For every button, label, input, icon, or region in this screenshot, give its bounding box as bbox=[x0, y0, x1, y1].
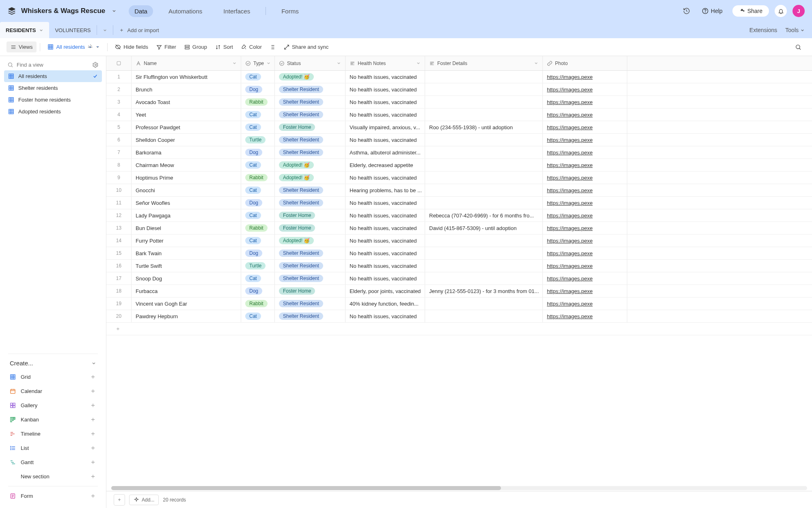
avatar[interactable]: J bbox=[793, 5, 805, 17]
cell-name[interactable]: Señor Woofles bbox=[132, 197, 241, 209]
cell-photo[interactable]: https://images.pexe bbox=[543, 83, 627, 96]
cell-foster[interactable]: Roo (234-555-1938) - until adoption bbox=[425, 121, 543, 133]
view-item[interactable]: Foster home residents bbox=[4, 94, 102, 106]
cell-name[interactable]: Hoptimus Prime bbox=[132, 172, 241, 184]
cell-photo[interactable]: https://images.pexe bbox=[543, 222, 627, 234]
cell-name[interactable]: Bark Twain bbox=[132, 247, 241, 259]
search-button[interactable] bbox=[791, 41, 806, 53]
cell-status[interactable]: Shelter Resident bbox=[275, 184, 346, 196]
add-dropdown[interactable]: Add... bbox=[129, 495, 159, 505]
cell-status[interactable]: Foster Home bbox=[275, 222, 346, 234]
chevron-down-icon[interactable] bbox=[112, 9, 117, 13]
current-view[interactable]: All residents bbox=[43, 41, 104, 52]
cell-type[interactable]: Dog bbox=[241, 83, 275, 96]
cell-photo[interactable]: https://images.pexe bbox=[543, 197, 627, 209]
view-item[interactable]: Adopted residents bbox=[4, 106, 102, 117]
cell-health[interactable]: No health issues, vaccinated bbox=[346, 209, 425, 221]
cell-type[interactable]: Cat bbox=[241, 184, 275, 196]
cell-foster[interactable] bbox=[425, 247, 543, 259]
table-row[interactable]: 14Furry PotterCatAdopted! 🥳No health iss… bbox=[106, 234, 812, 247]
chevron-down-icon[interactable] bbox=[39, 28, 43, 33]
cell-health[interactable]: No health issues, vaccinated bbox=[346, 109, 425, 121]
cell-foster[interactable] bbox=[425, 134, 543, 146]
add-record-button[interactable]: ＋ bbox=[114, 494, 125, 506]
horizontal-scrollbar[interactable] bbox=[111, 486, 807, 490]
create-gantt[interactable]: Gantt＋ bbox=[6, 455, 100, 469]
table-row[interactable]: 1Sir Fluffington von WhiskerbuttCatAdopt… bbox=[106, 71, 812, 83]
cell-photo[interactable]: https://images.pexe bbox=[543, 109, 627, 121]
cell-photo[interactable]: https://images.pexe bbox=[543, 146, 627, 158]
cell-health[interactable]: No health issues, vaccinated bbox=[346, 222, 425, 234]
cell-status[interactable]: Shelter Resident bbox=[275, 134, 346, 146]
table-row[interactable]: 4YeetCatShelter ResidentNo health issues… bbox=[106, 109, 812, 121]
cell-foster[interactable] bbox=[425, 234, 543, 247]
chevron-down-icon[interactable] bbox=[534, 61, 538, 65]
add-row[interactable]: ＋ bbox=[106, 323, 812, 335]
cell-foster[interactable] bbox=[425, 297, 543, 310]
cell-photo[interactable]: https://images.pexe bbox=[543, 159, 627, 171]
sort-button[interactable]: Sort bbox=[211, 41, 237, 52]
cell-name[interactable]: Snoop Dog bbox=[132, 272, 241, 284]
cell-foster[interactable] bbox=[425, 159, 543, 171]
hide-fields-button[interactable]: Hide fields bbox=[111, 41, 152, 52]
chevron-down-icon[interactable] bbox=[416, 61, 421, 65]
cell-name[interactable]: Brunch bbox=[132, 83, 241, 96]
cell-type[interactable]: Dog bbox=[241, 146, 275, 158]
cell-photo[interactable]: https://images.pexe bbox=[543, 234, 627, 247]
cell-health[interactable]: 40% kidney function, feedin... bbox=[346, 297, 425, 310]
cell-name[interactable]: Chairman Meow bbox=[132, 159, 241, 171]
history-icon[interactable] bbox=[681, 5, 692, 17]
col-name[interactable]: Name bbox=[132, 56, 241, 70]
cell-type[interactable]: Dog bbox=[241, 197, 275, 209]
cell-foster[interactable]: Jenny (212-555-0123) - for 3 months from… bbox=[425, 285, 543, 297]
table-row[interactable]: 18FurbaccaDogFoster HomeElderly, poor jo… bbox=[106, 285, 812, 297]
cell-status[interactable]: Foster Home bbox=[275, 285, 346, 297]
views-button[interactable]: Views bbox=[6, 41, 37, 52]
cell-health[interactable]: No health issues, vaccinated bbox=[346, 260, 425, 272]
table-row[interactable]: 9Hoptimus PrimeRabbitAdopted! 🥳No health… bbox=[106, 172, 812, 184]
cell-photo[interactable]: https://images.pexe bbox=[543, 184, 627, 196]
cell-foster[interactable] bbox=[425, 272, 543, 284]
create-calendar[interactable]: Calendar＋ bbox=[6, 384, 100, 398]
create-gallery[interactable]: Gallery＋ bbox=[6, 398, 100, 412]
cell-status[interactable]: Shelter Resident bbox=[275, 83, 346, 96]
cell-type[interactable]: Dog bbox=[241, 285, 275, 297]
cell-status[interactable]: Foster Home bbox=[275, 209, 346, 221]
cell-name[interactable]: Shelldon Cooper bbox=[132, 134, 241, 146]
col-photo[interactable]: Photo bbox=[543, 56, 627, 70]
cell-name[interactable]: Furbacca bbox=[132, 285, 241, 297]
cell-name[interactable]: Gnocchi bbox=[132, 184, 241, 196]
cell-status[interactable]: Adopted! 🥳 bbox=[275, 159, 346, 171]
cell-foster[interactable]: Rebecca (707-420-6969) - for 6 months fr… bbox=[425, 209, 543, 221]
cell-foster[interactable]: David (415-867-5309) - until adoption bbox=[425, 222, 543, 234]
notifications-button[interactable] bbox=[775, 5, 787, 17]
col-type[interactable]: Type bbox=[241, 56, 275, 70]
cell-status[interactable]: Foster Home bbox=[275, 121, 346, 133]
cell-name[interactable]: Furry Potter bbox=[132, 234, 241, 247]
col-health[interactable]: Health Notes bbox=[346, 56, 425, 70]
add-import-button[interactable]: ＋ Add or import bbox=[113, 22, 165, 38]
cell-type[interactable]: Rabbit bbox=[241, 297, 275, 310]
view-item[interactable]: All residents bbox=[4, 70, 102, 82]
cell-type[interactable]: Dog bbox=[241, 247, 275, 259]
table-row[interactable]: 11Señor WooflesDogShelter ResidentNo hea… bbox=[106, 197, 812, 209]
cell-photo[interactable]: https://images.pexe bbox=[543, 285, 627, 297]
cell-name[interactable]: Avocado Toast bbox=[132, 96, 241, 108]
create-header[interactable]: Create... bbox=[6, 356, 100, 370]
find-view-input[interactable] bbox=[17, 62, 89, 68]
create-kanban[interactable]: Kanban＋ bbox=[6, 412, 100, 427]
view-item[interactable]: Shelter residents bbox=[4, 82, 102, 94]
cell-name[interactable]: Pawdrey Hepburn bbox=[132, 310, 241, 322]
cell-name[interactable]: Barkorama bbox=[132, 146, 241, 158]
cell-type[interactable]: Cat bbox=[241, 209, 275, 221]
cell-status[interactable]: Shelter Resident bbox=[275, 197, 346, 209]
cell-photo[interactable]: https://images.pexe bbox=[543, 96, 627, 108]
cell-name[interactable]: Turtle Swift bbox=[132, 260, 241, 272]
chevron-down-icon[interactable] bbox=[266, 61, 271, 65]
create-list[interactable]: List＋ bbox=[6, 441, 100, 455]
cell-name[interactable]: Bun Diesel bbox=[132, 222, 241, 234]
cell-foster[interactable] bbox=[425, 146, 543, 158]
create-timeline[interactable]: Timeline＋ bbox=[6, 427, 100, 441]
tab-dropdown[interactable] bbox=[97, 22, 113, 38]
col-status[interactable]: Status bbox=[275, 56, 346, 70]
